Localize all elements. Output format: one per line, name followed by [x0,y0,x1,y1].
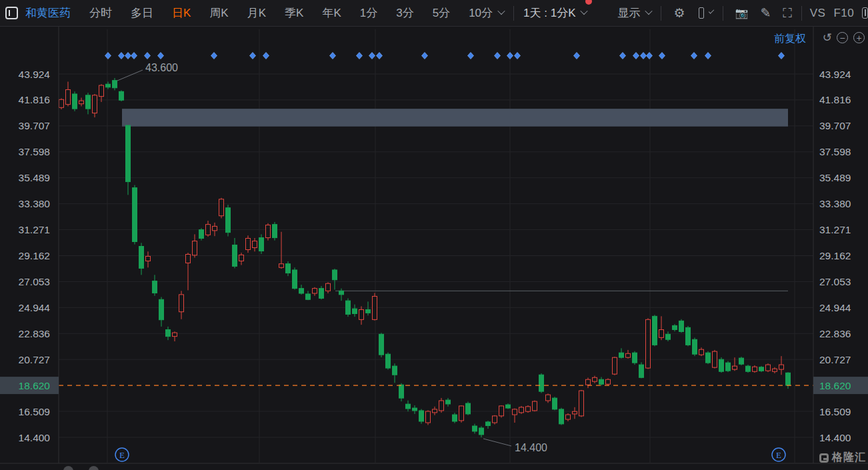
candle-body[interactable] [359,309,364,319]
candle-body[interactable] [206,225,211,235]
undo-zoom-icon[interactable]: ↺ [823,32,832,44]
candle-body[interactable] [193,241,197,255]
candle-body[interactable] [399,385,404,398]
candle-body[interactable] [73,94,77,109]
pencil-draw-icon[interactable]: ✎ [760,7,771,19]
interval-selector[interactable]: 1天 : 1分K [523,5,587,21]
candle-body[interactable] [573,411,577,414]
candle-body[interactable] [286,264,291,273]
candle-body[interactable] [273,225,277,238]
zoom-out-icon[interactable]: − [837,32,848,43]
candle-body[interactable] [559,409,564,424]
candle-body[interactable] [466,403,471,414]
candle-body[interactable] [619,353,624,357]
candle-body[interactable] [126,125,131,182]
window-icon[interactable] [5,7,18,19]
f10-info-button[interactable]: F10 [833,7,854,20]
candle-body[interactable] [706,353,711,363]
news-diamond-marker-icon[interactable] [779,53,785,59]
candle-body[interactable] [439,401,444,411]
tab-周K[interactable]: 周K [209,5,228,21]
news-diamond-marker-icon[interactable] [158,53,164,59]
candle-body[interactable] [299,289,304,293]
display-menu[interactable]: 显示 [617,5,651,21]
candle-body[interactable] [159,299,164,319]
candle-body[interactable] [733,366,737,369]
candle-body[interactable] [333,270,337,280]
candle-body[interactable] [346,301,351,314]
news-diamond-marker-icon[interactable] [377,53,383,59]
side-panel-toggle-icon[interactable] [862,7,868,19]
news-diamond-marker-icon[interactable] [691,53,697,59]
news-diamond-marker-icon[interactable] [119,53,125,59]
tab-分时[interactable]: 分时 [89,5,112,21]
candle-body[interactable] [406,404,411,409]
candle-body[interactable] [153,281,157,293]
news-diamond-marker-icon[interactable] [250,53,256,59]
candle-body[interactable] [493,416,497,423]
news-diamond-marker-icon[interactable] [495,53,501,59]
candle-body[interactable] [713,351,717,367]
news-diamond-marker-icon[interactable] [357,53,363,59]
news-diamond-marker-icon[interactable] [641,53,647,59]
candle-body[interactable] [339,291,344,295]
news-diamond-marker-icon[interactable] [369,53,375,59]
candle-body[interactable] [446,400,451,404]
news-diamond-marker-icon[interactable] [330,53,336,59]
candle-body[interactable] [726,363,731,371]
zoom-in-icon[interactable]: + [853,32,865,43]
candle-body[interactable] [173,333,177,337]
candle-body[interactable] [179,295,184,312]
layout-square-icon[interactable] [699,7,705,19]
candle-body[interactable] [366,309,371,313]
candle-body[interactable] [146,256,151,261]
candle-body[interactable] [86,95,91,109]
candle-body[interactable] [226,208,231,233]
tab-1分[interactable]: 1分 [360,5,377,21]
candle-body[interactable] [219,199,224,216]
tab-季K[interactable]: 季K [285,5,303,21]
candle-body[interactable] [239,255,244,261]
candle-body[interactable] [553,398,557,409]
candle-body[interactable] [233,245,237,266]
news-diamond-marker-icon[interactable] [145,53,151,59]
stock-name[interactable]: 和黄医药 [25,5,71,21]
candle-body[interactable] [526,407,531,411]
candle-body[interactable] [546,395,551,401]
camera-screenshot-icon[interactable]: 📷 [735,8,749,19]
candle-body[interactable] [739,358,744,364]
candle-body[interactable] [479,428,484,435]
candle-body[interactable] [433,409,437,413]
candle-body[interactable] [659,329,664,337]
candle-body[interactable] [579,391,584,416]
candle-body[interactable] [419,411,424,421]
candle-body[interactable] [759,367,764,371]
tab-年K[interactable]: 年K [322,5,341,21]
candle-body[interactable] [66,90,71,105]
candle-body[interactable] [266,225,271,238]
candle-body[interactable] [513,409,517,415]
candle-body[interactable] [519,407,524,413]
candle-body[interactable] [426,411,431,423]
news-diamond-marker-icon[interactable] [633,53,639,59]
news-diamond-marker-icon[interactable] [647,53,653,59]
candle-body[interactable] [353,309,357,313]
tab-5分[interactable]: 5分 [433,5,450,21]
news-diamond-marker-icon[interactable] [105,53,111,59]
candle-body[interactable] [699,349,704,355]
candle-body[interactable] [593,377,597,381]
candle-body[interactable] [599,379,604,384]
candle-body[interactable] [306,294,311,299]
candle-body[interactable] [166,329,171,336]
tab-3分[interactable]: 3分 [396,5,413,21]
candle-body[interactable] [326,283,331,291]
candle-body[interactable] [773,369,777,371]
candle-body[interactable] [499,406,504,416]
settings-gear-icon[interactable]: ⚙ [673,7,685,19]
candle-body[interactable] [486,422,491,426]
candle-body[interactable] [673,325,677,329]
candle-body[interactable] [199,230,204,239]
candle-body[interactable] [253,241,257,248]
candle-body[interactable] [646,319,651,368]
chevron-down-icon[interactable] [709,8,715,14]
